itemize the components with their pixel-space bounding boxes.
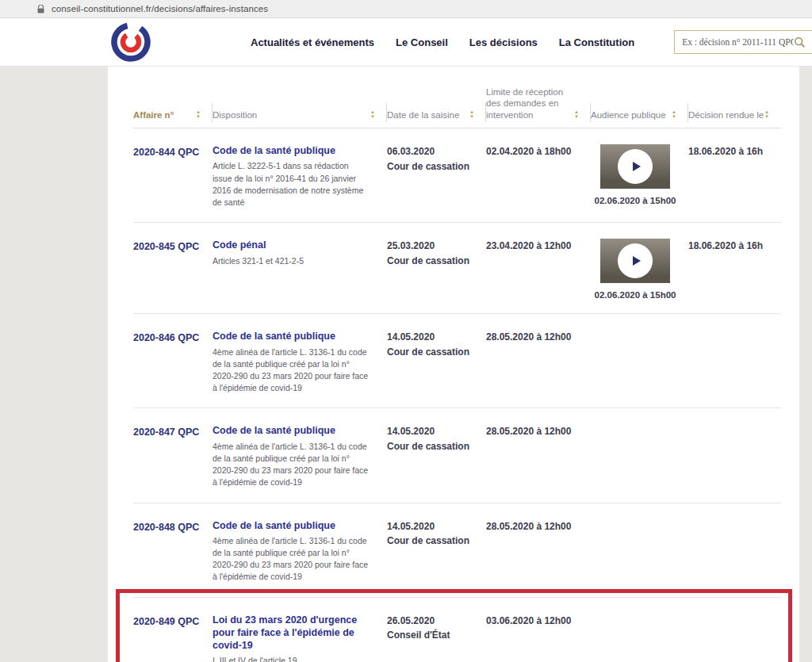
table-row: 2020-846 QPC Code de la santé publique 4… <box>133 314 781 408</box>
saisine-origin: Cour de cassation <box>387 534 486 549</box>
site-logo[interactable] <box>111 22 151 62</box>
disposition-title-link[interactable]: Code de la santé publique <box>213 144 370 157</box>
audience-date: 02.06.2020 à 15h00 <box>591 290 680 300</box>
play-icon[interactable] <box>618 243 653 278</box>
sort-icon[interactable]: ▲▼ <box>574 110 579 121</box>
browser-url-bar[interactable]: conseil-constitutionnel.fr/decisions/aff… <box>0 0 812 18</box>
table-row: 2020-847 QPC Code de la santé publique 4… <box>133 408 781 503</box>
saisine-date: 06.03.2020 <box>387 144 486 159</box>
nav-actualites[interactable]: Actualités et événements <box>251 36 374 48</box>
saisine-origin: Conseil d'État <box>387 628 486 643</box>
play-icon[interactable] <box>618 149 653 184</box>
saisine-date: 26.05.2020 <box>387 614 486 629</box>
video-thumbnail[interactable] <box>600 239 670 283</box>
decision-date: 18.06.2020 à 16h <box>688 144 781 159</box>
content-panel: Affaire n° ▲▼ Disposition ▲▼ Date de la … <box>108 67 799 662</box>
limite-date: 03.06.2020 à 12h00 <box>486 614 591 629</box>
search-input[interactable] <box>682 37 794 47</box>
limite-date: 28.05.2020 à 12h00 <box>486 424 591 439</box>
column-header-decision[interactable]: Décision rendue le ▲▼ <box>688 109 781 121</box>
table-row: 2020-844 QPC Code de la santé publique A… <box>133 128 781 223</box>
lock-icon <box>37 5 44 13</box>
affaire-number-link[interactable]: 2020-846 QPC <box>133 332 199 343</box>
limite-date: 28.05.2020 à 12h00 <box>486 519 591 534</box>
audience-video-block: 02.06.2020 à 15h00 <box>591 239 680 300</box>
disposition-detail: Article L. 3222-5-1 dans sa rédaction is… <box>213 160 370 209</box>
limite-date: 23.04.2020 à 12h00 <box>486 239 591 254</box>
affaire-number-link[interactable]: 2020-847 QPC <box>133 427 199 438</box>
disposition-title-link[interactable]: Code pénal <box>213 239 370 251</box>
sort-icon[interactable]: ▲▼ <box>370 110 375 121</box>
saisine-origin: Cour de cassation <box>387 439 486 454</box>
column-header-audience[interactable]: Audience publique ▲▼ <box>591 109 688 121</box>
page-background: Affaire n° ▲▼ Disposition ▲▼ Date de la … <box>0 67 812 662</box>
column-header-disposition[interactable]: Disposition ▲▼ <box>213 109 387 121</box>
nav-les-decisions[interactable]: Les décisions <box>469 36 538 48</box>
disposition-detail: 4ème alinéa de l'article L. 3136-1 du co… <box>213 346 370 395</box>
highlighted-rows-group: 2020-849 QPC Loi du 23 mars 2020 d'urgen… <box>108 598 799 662</box>
sort-icon[interactable]: ▲▼ <box>764 110 769 121</box>
column-header-limite[interactable]: Limite de réception des demandes en inte… <box>486 86 591 121</box>
disposition-detail: I, III et IV de l'article 19 <box>213 655 370 662</box>
audience-video-block: 02.06.2020 à 15h00 <box>591 144 680 205</box>
video-thumbnail[interactable] <box>600 144 670 189</box>
column-header-saisine[interactable]: Date de la saisine ▲▼ <box>387 109 486 121</box>
disposition-title-link[interactable]: Loi du 23 mars 2020 d'urgence pour faire… <box>213 614 370 652</box>
main-navigation: Actualités et événements Le Conseil Les … <box>251 36 634 48</box>
search-icon[interactable] <box>794 36 806 48</box>
table-row: 2020-849 QPC Loi du 23 mars 2020 d'urgen… <box>133 598 781 662</box>
disposition-detail: Articles 321-1 et 421-2-5 <box>213 255 370 267</box>
limite-date: 02.04.2020 à 18h00 <box>486 144 591 159</box>
disposition-title-link[interactable]: Code de la santé publique <box>213 424 370 437</box>
table-row: 2020-848 QPC Code de la santé publique 4… <box>133 503 781 598</box>
site-header: Actualités et événements Le Conseil Les … <box>0 18 812 67</box>
table-header: Affaire n° ▲▼ Disposition ▲▼ Date de la … <box>133 86 781 128</box>
saisine-date: 14.05.2020 <box>387 424 486 439</box>
disposition-detail: 4ème alinéa de l'article L. 3136-1 du co… <box>213 441 370 489</box>
saisine-date: 25.03.2020 <box>387 239 486 254</box>
affaire-number-link[interactable]: 2020-848 QPC <box>133 522 199 533</box>
sort-icon[interactable]: ▲▼ <box>196 110 201 121</box>
affaire-number-link[interactable]: 2020-845 QPC <box>133 241 199 252</box>
nav-le-conseil[interactable]: Le Conseil <box>396 36 448 48</box>
search-box <box>674 30 812 54</box>
saisine-origin: Cour de cassation <box>387 159 486 174</box>
decision-date: 18.06.2020 à 16h <box>688 239 781 254</box>
limite-date: 28.05.2020 à 12h00 <box>486 330 591 345</box>
disposition-title-link[interactable]: Code de la santé publique <box>213 330 370 342</box>
saisine-date: 14.05.2020 <box>387 330 486 345</box>
audience-date: 02.06.2020 à 15h00 <box>591 196 680 205</box>
table-row: 2020-845 QPC Code pénal Articles 321-1 e… <box>133 223 781 314</box>
saisine-date: 14.05.2020 <box>387 519 486 534</box>
column-header-affaire[interactable]: Affaire n° ▲▼ <box>133 109 213 121</box>
sort-icon[interactable]: ▲▼ <box>672 110 676 121</box>
nav-la-constitution[interactable]: La Constitution <box>559 36 634 48</box>
saisine-origin: Cour de cassation <box>387 254 486 269</box>
affaire-number-link[interactable]: 2020-849 QPC <box>133 616 199 627</box>
disposition-detail: 4ème alinéa de l'article L. 3136-1 du co… <box>213 535 370 584</box>
disposition-title-link[interactable]: Code de la santé publique <box>213 519 370 532</box>
saisine-origin: Cour de cassation <box>387 345 486 360</box>
url-text[interactable]: conseil-constitutionnel.fr/decisions/aff… <box>52 4 268 13</box>
affaire-number-link[interactable]: 2020-844 QPC <box>133 147 199 158</box>
table-body: 2020-844 QPC Code de la santé publique A… <box>108 128 799 662</box>
sort-icon[interactable]: ▲▼ <box>469 110 474 121</box>
